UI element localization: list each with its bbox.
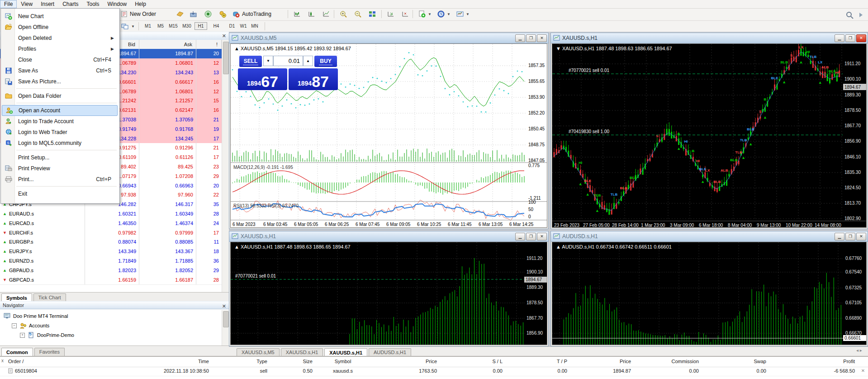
market-watch-row[interactable]: ▲EURCAD.s1.463501.4637424 bbox=[0, 218, 222, 228]
market-watch-row[interactable]: ▲EURGBP.s0.880740.8808511 bbox=[0, 237, 222, 247]
timeframe-button-h1[interactable]: H1 bbox=[194, 22, 207, 30]
new-order-button[interactable]: New Order bbox=[119, 10, 172, 19]
timeframe-button-d1[interactable]: D1 bbox=[226, 22, 238, 30]
file-menu-item-login-to-trade-account[interactable]: Login to Trade Account bbox=[2, 116, 118, 127]
minimize-button[interactable]: ▁ bbox=[515, 233, 525, 240]
terminal-col-header[interactable]: Swap bbox=[699, 359, 766, 364]
add-indicator-button[interactable]: ▼ bbox=[416, 10, 436, 19]
chart-window-titlebar[interactable]: AUDUSD.s,H1 ▁ ❐ ✕ bbox=[551, 231, 868, 242]
volume-increase-button[interactable]: ▲ bbox=[303, 56, 313, 66]
market-watch-row[interactable]: ▲EURJPY.s143.349143.36718 bbox=[0, 247, 222, 257]
collapse-icon[interactable]: − bbox=[12, 323, 17, 328]
restore-button[interactable]: ❐ bbox=[526, 34, 536, 42]
menubar-item-help[interactable]: Help bbox=[131, 0, 150, 8]
file-menu-item-close[interactable]: CloseCtrl+F4 bbox=[2, 54, 118, 65]
menubar-item-view[interactable]: View bbox=[17, 0, 37, 8]
navigator-tab-favorites[interactable]: Favorites bbox=[34, 348, 65, 356]
restore-button[interactable]: ❐ bbox=[845, 34, 855, 42]
close-icon[interactable]: ✕ bbox=[222, 33, 226, 39]
file-menu-item-print-preview[interactable]: Print Preview bbox=[2, 163, 118, 174]
terminal-col-header[interactable]: Profit bbox=[766, 359, 855, 364]
cursor-mode-icon[interactable] bbox=[399, 10, 414, 19]
close-icon[interactable]: ✕ bbox=[222, 302, 226, 310]
signals-icon[interactable] bbox=[202, 10, 217, 19]
chart-window-xauusd-h1[interactable]: XAUUSD.s,H1 ▁ ❐ ✕ 1911.201900.101889.301… bbox=[550, 33, 868, 229]
market-watch-scrollbar[interactable] bbox=[222, 40, 229, 292]
volume-input[interactable]: 0.01 bbox=[273, 56, 303, 66]
close-button[interactable]: ✕ bbox=[537, 233, 547, 240]
close-button[interactable]: ✕ bbox=[856, 34, 866, 42]
navigator-tab-common[interactable]: Common bbox=[1, 348, 33, 356]
timeframe-button-m1[interactable]: M1 bbox=[142, 22, 154, 30]
chart-area-xauusd-h1[interactable]: 1911.201900.101889.301878.501867.701856.… bbox=[552, 43, 867, 228]
terminal-col-header[interactable]: Price bbox=[373, 359, 437, 364]
file-menu-item-profiles[interactable]: Profiles▶ bbox=[2, 43, 118, 54]
market-watch-row[interactable]: ▲EURNZD.s1.718491.7188536 bbox=[0, 256, 222, 266]
terminal-col-header[interactable]: Order / bbox=[8, 359, 68, 364]
minimize-button[interactable]: ▁ bbox=[835, 34, 844, 42]
close-button[interactable]: ✕ bbox=[856, 233, 866, 240]
market-watch-row[interactable]: ▼EURCHF.s0.979820.9799917 bbox=[0, 228, 222, 238]
autotrading-button[interactable]: AutoTrading bbox=[230, 10, 284, 19]
buy-price-display[interactable]: 189487 bbox=[289, 68, 338, 90]
charts-group-button[interactable]: ▼ bbox=[119, 22, 141, 31]
sell-price-display[interactable]: 189467 bbox=[238, 68, 287, 90]
chart-window-titlebar[interactable]: XAUUSD.s,H1 ▁ ❐ ✕ bbox=[229, 231, 548, 242]
file-menu-item-new-chart[interactable]: New Chart bbox=[2, 11, 118, 22]
market-watch-col-header[interactable]: Ask bbox=[139, 40, 196, 49]
close-order-icon[interactable]: ✕ bbox=[860, 368, 866, 373]
terminal-order-row[interactable]: 650198042022.11.18 10:38:50sell0.50xauus… bbox=[0, 367, 868, 376]
file-menu-item-print-setup-[interactable]: Print Setup... bbox=[2, 152, 118, 163]
restore-button[interactable]: ❐ bbox=[845, 233, 855, 240]
volume-decrease-button[interactable]: ▼ bbox=[263, 56, 273, 66]
minimize-button[interactable]: ▁ bbox=[515, 34, 525, 42]
market-watch-row[interactable]: ▲EURAUD.s1.603211.6034928 bbox=[0, 209, 222, 219]
close-button[interactable]: ✕ bbox=[537, 34, 547, 42]
terminal-col-header[interactable]: Type bbox=[209, 359, 267, 364]
market-watch-row[interactable]: ▼GBPCAD.s1.661591.6618728 bbox=[0, 275, 222, 285]
menubar-item-charts[interactable]: Charts bbox=[58, 0, 82, 8]
buy-button[interactable]: BUY bbox=[314, 56, 337, 67]
bar-chart-mode-icon[interactable] bbox=[291, 10, 306, 19]
navigator-item-doo-prime-mt4-terminal[interactable]: Doo Prime MT4 Terminal bbox=[0, 312, 221, 321]
file-menu-item-exit[interactable]: Exit bbox=[2, 188, 118, 199]
chart-tab-3-audusd-s-h1[interactable]: AUDUSD.s,H1 bbox=[369, 348, 411, 356]
file-menu-item-login-to-mql5-community[interactable]: SLogin to MQL5.community bbox=[2, 138, 118, 149]
templates-button[interactable]: ▼ bbox=[454, 10, 474, 19]
timeframe-button-m5[interactable]: M5 bbox=[155, 22, 166, 30]
candlestick-mode-icon[interactable] bbox=[306, 10, 320, 19]
chart-area-audusd-h1[interactable]: 0.677600.675400.673250.671050.668900.666… bbox=[552, 242, 867, 345]
terminal-col-header[interactable]: Price bbox=[567, 359, 631, 364]
navigator-scrollbar[interactable] bbox=[222, 310, 229, 345]
file-menu-item-save-as[interactable]: Save AsCtrl+S bbox=[2, 65, 118, 76]
chart-window-audusd-h1[interactable]: AUDUSD.s,H1 ▁ ❐ ✕ 0.677600.675400.673250… bbox=[550, 231, 868, 346]
timeframe-button-h4[interactable]: H4 bbox=[210, 22, 222, 30]
market-watch-tab-tick-chart[interactable]: Tick Chart bbox=[33, 293, 66, 302]
restore-button[interactable]: ❐ bbox=[526, 233, 536, 240]
tile-windows-icon[interactable] bbox=[366, 10, 382, 19]
chart-window-xauusd-h1-2[interactable]: XAUUSD.s,H1 ▁ ❐ ✕ 1911.201900.101889.301… bbox=[229, 231, 549, 346]
search-icon[interactable] bbox=[845, 11, 865, 19]
terminal-col-header[interactable]: Time bbox=[68, 359, 209, 364]
line-chart-mode-icon[interactable] bbox=[320, 10, 335, 19]
file-menu-item-open-data-folder[interactable]: Open Data Folder bbox=[2, 91, 118, 101]
chart-window-titlebar[interactable]: XAUUSD.s,H1 ▁ ❐ ✕ bbox=[551, 33, 868, 43]
minimize-button[interactable]: ▁ bbox=[835, 233, 844, 240]
file-menu-item-save-as-picture-[interactable]: Save As Picture... bbox=[2, 76, 118, 87]
menubar-item-insert[interactable]: Insert bbox=[37, 0, 58, 8]
terminal-col-header[interactable]: Symbol bbox=[313, 359, 373, 364]
zoom-in-icon[interactable] bbox=[337, 10, 352, 19]
market-icon[interactable] bbox=[217, 10, 231, 19]
menubar-item-tools[interactable]: Tools bbox=[83, 0, 104, 8]
file-menu-item-open-deleted[interactable]: Open Deleted▶ bbox=[2, 33, 118, 43]
chart-area-xauusd-h1-2[interactable]: 1911.201900.101889.301878.501867.701856.… bbox=[230, 242, 547, 345]
timeframe-button-m30[interactable]: M30 bbox=[181, 22, 193, 30]
terminal-col-header[interactable]: T / P bbox=[503, 359, 567, 364]
crosshair-icon[interactable] bbox=[385, 10, 399, 19]
file-menu-item-login-to-web-trader[interactable]: Login to Web Trader bbox=[2, 127, 118, 138]
menubar-item-file[interactable]: File bbox=[0, 0, 17, 8]
wallet-icon[interactable] bbox=[174, 10, 189, 19]
terminal-col-header[interactable]: Commission bbox=[631, 359, 699, 364]
timeframe-button-w1[interactable]: W1 bbox=[237, 22, 249, 30]
periods-button[interactable]: ▼ bbox=[435, 10, 455, 19]
